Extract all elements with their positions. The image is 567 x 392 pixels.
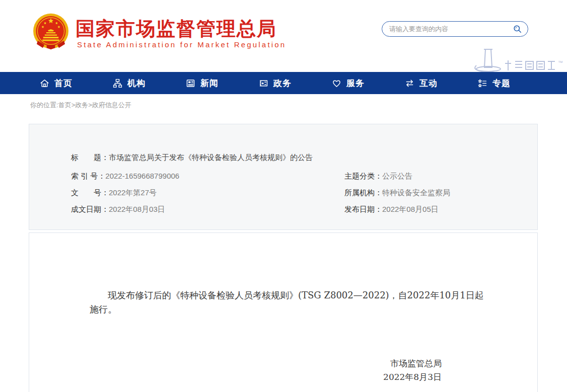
nav-label: 新闻 bbox=[200, 77, 219, 89]
breadcrumb-link-home[interactable]: 首页 bbox=[58, 101, 72, 109]
breadcrumb-link-info-disclosure[interactable]: 政府信息公开 bbox=[92, 101, 131, 109]
page: 国家市场监督管理总局 State Administration for Mark… bbox=[0, 0, 567, 392]
document-signature-block: 市场监管总局 2022年8月3日 bbox=[29, 357, 537, 384]
nav-label: 首页 bbox=[54, 77, 73, 89]
doc-written-date-row: 成文日期：2022年08月03日 bbox=[71, 203, 179, 220]
search-button[interactable] bbox=[507, 22, 528, 36]
home-icon bbox=[39, 78, 50, 89]
site-subtitle: State Administration for Market Regulati… bbox=[77, 40, 286, 49]
nav-item-organization[interactable]: 机构 bbox=[112, 77, 146, 89]
site-logo-link[interactable]: 国家市场监督管理总局 State Administration for Mark… bbox=[32, 13, 273, 52]
doc-topic-category-label: 主题分类： bbox=[344, 172, 382, 180]
government-affairs-icon bbox=[258, 78, 269, 89]
doc-topic-category-row: 主题分类：公示公告 bbox=[344, 170, 450, 187]
china-national-emblem-icon bbox=[32, 13, 70, 51]
doc-title-label: 标 题： bbox=[71, 153, 109, 162]
doc-publish-date-value: 2022年08月05日 bbox=[382, 205, 439, 213]
site-header: 国家市场监督管理总局 State Administration for Mark… bbox=[0, 0, 567, 72]
nav-label: 机构 bbox=[127, 77, 146, 89]
doc-publish-date-label: 发布日期： bbox=[344, 205, 382, 213]
metadata-right-column: 主题分类：公示公告 所属机构：特种设备安全监察局 发布日期：2022年08月05… bbox=[344, 170, 450, 220]
main-navigation: 首页 机构 新闻 政务 bbox=[0, 72, 567, 94]
doc-agency-label: 所属机构： bbox=[344, 188, 382, 197]
document-body-paragraph: 现发布修订后的《特种设备检验人员考核规则》(TSG Z8002—2022)，自2… bbox=[90, 288, 491, 317]
nav-item-news[interactable]: 新闻 bbox=[185, 77, 219, 89]
nav-label: 政务 bbox=[273, 77, 292, 89]
nav-item-interaction[interactable]: 互动 bbox=[404, 77, 438, 89]
breadcrumb-link-government[interactable]: 政务 bbox=[75, 101, 88, 109]
doc-agency-value: 特种设备安全监察局 bbox=[382, 188, 450, 197]
search-box bbox=[382, 21, 528, 37]
nav-item-special-topics[interactable]: 专题 bbox=[477, 77, 511, 89]
nav-item-home[interactable]: 首页 bbox=[39, 77, 73, 89]
magnifier-icon bbox=[513, 24, 522, 34]
breadcrumb-prefix: 你的位置: bbox=[30, 101, 58, 109]
doc-topic-category-value: 公示公告 bbox=[382, 172, 412, 180]
doc-publish-date-row: 发布日期：2022年08月05日 bbox=[344, 203, 450, 220]
document-metadata-panel: 标 题：市场监管总局关于发布《特种设备检验人员考核规则》的公告 索 引 号：20… bbox=[29, 124, 538, 230]
doc-written-date-label: 成文日期： bbox=[71, 205, 109, 213]
news-icon bbox=[185, 78, 196, 89]
doc-number-value: 2022年第27号 bbox=[109, 188, 157, 197]
document-content-panel: 现发布修订后的《特种设备检验人员考核规则》(TSG Z8002—2022)，自2… bbox=[29, 232, 538, 392]
doc-index-number-label: 索 引 号： bbox=[71, 172, 105, 180]
special-topics-icon bbox=[477, 78, 488, 89]
site-title: 国家市场监督管理总局 bbox=[76, 16, 277, 42]
nav-label: 互动 bbox=[419, 77, 438, 89]
svg-text:™: ™ bbox=[558, 60, 563, 65]
signature-organization: 市场监管总局 bbox=[29, 357, 442, 370]
doc-number-label: 文 号： bbox=[71, 188, 109, 197]
monument-watermark-graphic: ™ bbox=[467, 48, 567, 72]
doc-index-number-row: 索 引 号：2022-1659668799006 bbox=[71, 170, 179, 187]
search-input[interactable] bbox=[389, 25, 507, 33]
breadcrumb: 你的位置:首页>政务>政府信息公开 bbox=[30, 101, 131, 110]
metadata-left-column: 索 引 号：2022-1659668799006 文 号：2022年第27号 成… bbox=[71, 170, 179, 220]
doc-number-row: 文 号：2022年第27号 bbox=[71, 187, 179, 203]
breadcrumb-separator: > bbox=[88, 101, 92, 109]
interaction-arrows-icon bbox=[404, 78, 415, 89]
nav-item-government-affairs[interactable]: 政务 bbox=[258, 77, 292, 89]
nav-label: 专题 bbox=[492, 77, 511, 89]
doc-written-date-value: 2022年08月03日 bbox=[109, 205, 165, 213]
doc-index-number-value: 2022-1659668799006 bbox=[105, 172, 179, 180]
doc-title-value: 市场监管总局关于发布《特种设备检验人员考核规则》的公告 bbox=[109, 153, 313, 162]
doc-agency-row: 所属机构：特种设备安全监察局 bbox=[344, 187, 450, 203]
organization-icon bbox=[112, 78, 123, 89]
nav-label: 服务 bbox=[346, 77, 365, 89]
service-heart-icon bbox=[331, 78, 342, 89]
signature-date: 2022年8月3日 bbox=[29, 370, 442, 384]
nav-item-service[interactable]: 服务 bbox=[331, 77, 365, 89]
doc-title-row: 标 题：市场监管总局关于发布《特种设备检验人员考核规则》的公告 bbox=[71, 153, 313, 163]
